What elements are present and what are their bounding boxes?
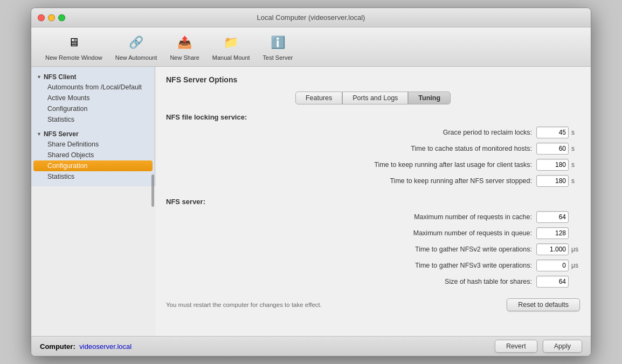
sidebar-group-nfs-client: NFS Client (31, 71, 155, 82)
tab-ports-and-logs[interactable]: Ports and Logs (342, 92, 408, 104)
main-area: NFS Client Automounts from /Local/Defaul… (31, 67, 591, 336)
toolbar-new-share[interactable]: 📤 New Share (164, 31, 204, 63)
test-server-label: Test Server (263, 54, 293, 61)
nfsv3-write-input[interactable] (536, 260, 569, 271)
reset-note: You must restart the computer for change… (166, 302, 322, 308)
form-row-grace-period: Grace period to reclaim locks: s (166, 127, 580, 138)
grace-period-input[interactable] (536, 127, 569, 138)
grace-period-unit: s (571, 129, 580, 136)
nfsv3-write-unit: μs (571, 262, 580, 269)
new-share-label: New Share (170, 54, 199, 61)
form-row-nfsv2-write: Time to gather NFSv2 write operations: μ… (166, 243, 580, 255)
cache-status-input[interactable] (536, 143, 569, 155)
manual-mount-label: Manual Mount (212, 54, 250, 61)
max-requests-cache-label: Maximum number of requests in cache: (414, 213, 532, 221)
test-server-icon: ℹ️ (268, 33, 287, 52)
cache-status-unit: s (571, 145, 580, 152)
apply-button[interactable]: Apply (543, 340, 582, 353)
tab-features[interactable]: Features (295, 92, 342, 104)
toolbar: 🖥 New Remote Window 🔗 New Automount 📤 Ne… (31, 27, 591, 67)
reset-to-defaults-button[interactable]: Reset to defaults (507, 298, 580, 311)
nfsv3-write-label: Time to gather NFSv3 write operations: (415, 262, 532, 269)
keep-running-server-input[interactable] (536, 175, 569, 187)
nfsv2-write-input[interactable] (536, 243, 569, 255)
form-row-nfsv3-write: Time to gather NFSv3 write operations: μ… (166, 260, 580, 271)
new-automount-icon: 🔗 (127, 33, 146, 52)
keep-running-client-label: Time to keep running after last usage fo… (374, 161, 532, 169)
keep-running-client-input[interactable] (536, 159, 569, 171)
sidebar-item-active-mounts[interactable]: Active Mounts (31, 93, 155, 103)
toolbar-new-remote-window[interactable]: 🖥 New Remote Window (40, 31, 108, 63)
footer-buttons: Revert Apply (495, 340, 582, 353)
sidebar-item-shared-objects[interactable]: Shared Objects (31, 150, 155, 160)
minimize-button[interactable] (48, 14, 55, 21)
new-remote-window-icon: 🖥 (64, 33, 84, 52)
keep-running-server-label: Time to keep running after NFS server st… (390, 177, 532, 185)
server-section: NFS server: Maximum number of requests i… (166, 198, 580, 288)
hash-table-input[interactable] (536, 276, 569, 288)
main-window: Local Computer (videoserver.local) 🖥 New… (31, 8, 591, 356)
keep-running-server-unit: s (571, 177, 580, 185)
form-row-keep-running-server: Time to keep running after NFS server st… (166, 175, 580, 187)
new-remote-window-label: New Remote Window (45, 54, 102, 61)
bottom-bar: Computer: videoserver.local Revert Apply (31, 336, 591, 356)
tab-tuning[interactable]: Tuning (408, 92, 451, 104)
window-title: Local Computer (videoserver.local) (257, 13, 365, 22)
max-requests-cache-input[interactable] (536, 211, 569, 223)
toolbar-new-automount[interactable]: 🔗 New Automount (110, 31, 163, 63)
sidebar-item-configuration-server[interactable]: Configuration (33, 160, 153, 171)
sidebar-scrollbar[interactable] (151, 174, 154, 207)
locking-section: NFS file locking service: Grace period t… (166, 113, 580, 187)
form-row-max-requests-cache: Maximum number of requests in cache: (166, 211, 580, 223)
toolbar-test-server[interactable]: ℹ️ Test Server (258, 31, 299, 63)
sidebar-item-statistics-client[interactable]: Statistics (31, 114, 155, 125)
computer-value: videoserver.local (79, 342, 132, 351)
sidebar-item-automounts[interactable]: Automounts from /Local/Default (31, 82, 155, 93)
computer-label: Computer: (40, 342, 75, 351)
new-automount-label: New Automount (115, 54, 157, 61)
content-panel: NFS Server Options Features Ports and Lo… (155, 67, 591, 336)
sidebar-group-nfs-server: NFS Server (31, 128, 155, 139)
keep-running-client-unit: s (571, 161, 580, 169)
hash-table-label: Size of hash table for shares: (445, 278, 532, 285)
cache-status-label: Time to cache status of monitored hosts: (411, 145, 532, 152)
titlebar: Local Computer (videoserver.local) (31, 8, 591, 27)
form-row-max-requests-queue: Maximum number of requests in queue: (166, 227, 580, 239)
grace-period-label: Grace period to reclaim locks: (443, 129, 532, 136)
server-section-label: NFS server: (166, 198, 580, 206)
form-row-hash-table: Size of hash table for shares: (166, 276, 580, 288)
new-share-icon: 📤 (175, 33, 195, 52)
sidebar-item-share-definitions[interactable]: Share Definitions (31, 139, 155, 150)
nfsv2-write-label: Time to gather NFSv2 write operations: (415, 246, 532, 253)
close-button[interactable] (38, 14, 45, 21)
section-title: NFS Server Options (166, 75, 580, 84)
form-row-keep-running-client: Time to keep running after last usage fo… (166, 159, 580, 171)
computer-info: Computer: videoserver.local (40, 342, 132, 351)
revert-button[interactable]: Revert (495, 340, 537, 353)
nfsv2-write-unit: μs (571, 246, 580, 253)
maximize-button[interactable] (58, 14, 65, 21)
sidebar-item-statistics-server[interactable]: Statistics (31, 171, 155, 182)
manual-mount-icon: 📁 (222, 33, 241, 52)
tab-bar: Features Ports and Logs Tuning (166, 92, 580, 104)
reset-area: You must restart the computer for change… (166, 298, 580, 311)
form-row-cache-status: Time to cache status of monitored hosts:… (166, 143, 580, 155)
window-controls (38, 14, 65, 21)
max-requests-queue-label: Maximum number of requests in queue: (413, 229, 532, 237)
locking-section-label: NFS file locking service: (166, 113, 580, 121)
sidebar-item-configuration-client[interactable]: Configuration (31, 103, 155, 114)
toolbar-manual-mount[interactable]: 📁 Manual Mount (207, 31, 255, 63)
sidebar: NFS Client Automounts from /Local/Defaul… (31, 67, 155, 186)
max-requests-queue-input[interactable] (536, 227, 569, 239)
